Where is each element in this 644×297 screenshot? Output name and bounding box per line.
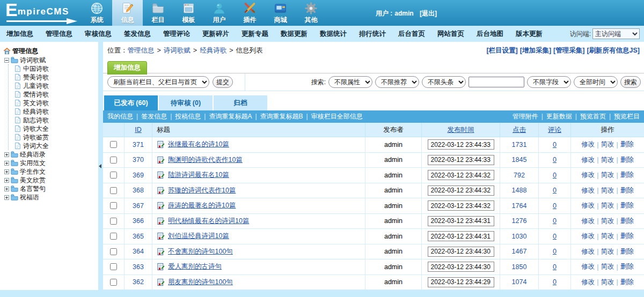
- row-comments-link[interactable]: 0: [553, 217, 557, 225]
- action-link-查询重复标题A[interactable]: 查询重复标题A: [209, 113, 252, 120]
- row-op-修改[interactable]: 修改: [581, 201, 595, 210]
- tree-node-诗词歌赋[interactable]: –诗词歌赋: [4, 56, 97, 64]
- breadcrumb-link-诗词歌赋[interactable]: 诗词歌赋: [164, 46, 191, 55]
- row-id-link[interactable]: 366: [133, 217, 144, 225]
- row-comments-link[interactable]: 0: [553, 278, 557, 286]
- tab-待审核 (0)[interactable]: 待审核 (0): [159, 95, 213, 110]
- row-id-link[interactable]: 367: [133, 202, 144, 210]
- row-time-input[interactable]: [428, 216, 494, 226]
- row-comments-link[interactable]: 0: [553, 248, 557, 255]
- row-id-link[interactable]: 363: [133, 263, 144, 271]
- row-comments-link[interactable]: 0: [553, 141, 557, 148]
- action-link-管理附件[interactable]: 管理附件: [513, 113, 538, 120]
- action-link-预览首页[interactable]: 预览首页: [580, 113, 606, 120]
- topnav-item-模板[interactable]: 模板: [173, 0, 204, 26]
- row-op-简改[interactable]: 简改: [601, 217, 614, 226]
- tree-leaf-经典诗歌[interactable]: 经典诗歌: [14, 107, 97, 116]
- refresh-scope-select[interactable]: 刷新当前栏目、父栏目与首页: [107, 76, 209, 88]
- topnav-item-信息[interactable]: 信息: [112, 0, 143, 26]
- row-comments-link[interactable]: 0: [553, 156, 557, 164]
- expand-node-icon[interactable]: +: [4, 161, 9, 166]
- row-op-删除[interactable]: 删除: [620, 262, 634, 271]
- submit-button[interactable]: 提交: [213, 76, 233, 88]
- subnav-item-排行统计[interactable]: 排行统计: [359, 29, 386, 39]
- expand-node-icon[interactable]: +: [4, 169, 9, 174]
- action-link-查询重复标题B[interactable]: 查询重复标题B: [260, 113, 303, 120]
- search-select-不限字段[interactable]: 不限字段: [527, 76, 571, 88]
- sidebar-root[interactable]: 管理信息: [3, 46, 97, 56]
- row-title-link[interactable]: 陶渊明的诗歌代表作10篇: [168, 155, 243, 165]
- row-comments-link[interactable]: 0: [553, 233, 557, 240]
- tree-leaf-中国诗歌[interactable]: 中国诗歌: [14, 64, 97, 73]
- row-checkbox[interactable]: [110, 233, 117, 240]
- action-link-我的信息[interactable]: 我的信息: [107, 113, 133, 120]
- action-link-预览栏目[interactable]: 预览栏目: [614, 113, 640, 120]
- row-time-input[interactable]: [428, 185, 494, 196]
- row-checkbox[interactable]: [110, 218, 117, 225]
- row-op-简改[interactable]: 简改: [601, 278, 614, 287]
- subnav-item-后台地图[interactable]: 后台地图: [477, 29, 503, 39]
- row-op-删除[interactable]: 删除: [620, 232, 634, 241]
- row-checkbox[interactable]: [110, 172, 117, 179]
- row-time-input[interactable]: [428, 277, 494, 287]
- row-op-简改[interactable]: 简改: [601, 262, 614, 271]
- subnav-item-审核信息[interactable]: 审核信息: [85, 29, 112, 39]
- search-keyword-input[interactable]: [469, 77, 524, 87]
- breadcrumb-link-管理信息[interactable]: 管理信息: [128, 46, 155, 55]
- row-id-link[interactable]: 368: [133, 187, 144, 194]
- row-op-删除[interactable]: 删除: [620, 201, 634, 210]
- subnav-item-数据更新[interactable]: 数据更新: [281, 29, 308, 39]
- subnav-item-增加信息[interactable]: 增加信息: [6, 29, 33, 39]
- row-title-link[interactable]: 爱人离别的古诗句: [168, 262, 222, 271]
- action-link-投稿信息[interactable]: 投稿信息: [175, 113, 201, 120]
- access-terminal-select[interactable]: 主访问端: [592, 28, 640, 39]
- tree-node-祝福语[interactable]: +祝福语: [4, 193, 97, 202]
- header-cell-发布时间[interactable]: 发布时间: [422, 123, 500, 137]
- row-op-修改[interactable]: 修改: [581, 140, 595, 149]
- subnav-item-管理信息[interactable]: 管理信息: [46, 29, 72, 39]
- row-time-input[interactable]: [428, 262, 494, 272]
- topnav-item-栏目[interactable]: 栏目: [143, 0, 173, 26]
- row-op-修改[interactable]: 修改: [581, 170, 595, 180]
- tree-leaf-励志诗歌[interactable]: 励志诗歌: [14, 116, 97, 124]
- page-action-管理采集[interactable]: [管理采集]: [553, 47, 584, 54]
- row-title-link[interactable]: 张继最有名的诗10篇: [168, 140, 229, 149]
- row-op-删除[interactable]: 删除: [620, 155, 634, 165]
- header-cell-评论[interactable]: 评论: [539, 123, 571, 137]
- row-op-删除[interactable]: 删除: [620, 217, 634, 226]
- row-comments-link[interactable]: 0: [553, 172, 557, 179]
- subnav-item-版本更新[interactable]: 版本更新: [516, 29, 543, 39]
- topnav-item-商城[interactable]: 商城: [265, 0, 296, 26]
- row-checkbox[interactable]: [110, 279, 117, 286]
- row-op-简改[interactable]: 简改: [601, 170, 614, 180]
- action-link-签发信息[interactable]: 签发信息: [141, 113, 167, 120]
- row-op-修改[interactable]: 修改: [581, 262, 595, 271]
- row-id-link[interactable]: 369: [133, 172, 144, 179]
- row-time-input[interactable]: [428, 170, 494, 180]
- search-button[interactable]: 搜索: [620, 76, 641, 88]
- header-cell-点击[interactable]: 点击: [500, 123, 539, 137]
- tree-node-美文欣赏[interactable]: +美文欣赏: [4, 176, 97, 184]
- row-op-修改[interactable]: 修改: [581, 217, 595, 226]
- subnav-item-更新专题[interactable]: 更新专题: [241, 29, 268, 39]
- tree-node-学生作文[interactable]: +学生作文: [4, 167, 97, 176]
- header-sort-link-评论[interactable]: 评论: [548, 125, 561, 135]
- header-cell-ID[interactable]: ID: [125, 123, 152, 137]
- row-id-link[interactable]: 364: [133, 248, 144, 255]
- row-checkbox[interactable]: [110, 248, 117, 255]
- row-comments-link[interactable]: 0: [553, 187, 557, 194]
- row-title-link[interactable]: 薛涛的最著名的诗10篇: [168, 201, 236, 210]
- row-op-简改[interactable]: 简改: [601, 186, 614, 195]
- search-select-不限头条[interactable]: 不限头条: [422, 76, 466, 88]
- add-info-button[interactable]: 增加信息: [107, 61, 147, 75]
- row-op-修改[interactable]: 修改: [581, 155, 595, 165]
- action-link-更新数据[interactable]: 更新数据: [546, 113, 572, 120]
- row-id-link[interactable]: 362: [133, 278, 144, 286]
- page-action-增加采集[interactable]: [增加采集]: [520, 47, 551, 54]
- header-sort-link-发布时间[interactable]: 发布时间: [448, 125, 474, 135]
- tree-leaf-诗歌鉴赏[interactable]: 诗歌鉴赏: [14, 133, 97, 142]
- row-time-input[interactable]: [428, 201, 494, 211]
- breadcrumb-link-经典诗歌[interactable]: 经典诗歌: [200, 46, 226, 55]
- topnav-item-用户[interactable]: 用户: [204, 0, 235, 26]
- row-op-修改[interactable]: 修改: [581, 247, 595, 256]
